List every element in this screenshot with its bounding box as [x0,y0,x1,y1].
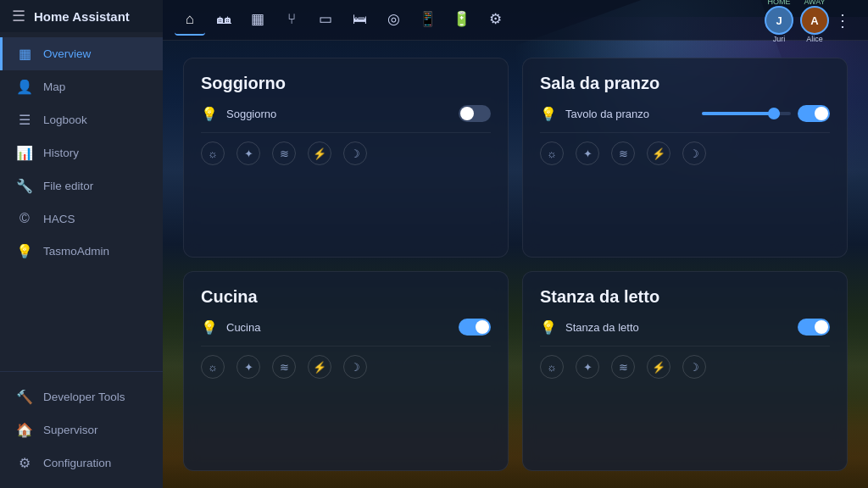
tasmo-admin-icon: 💡 [16,243,33,259]
sidebar-item-tasmo-admin[interactable]: 💡TasmoAdmin [0,235,163,268]
brightness-slider-sala-da-pranzo[interactable] [702,105,830,122]
slider-thumb [768,108,780,119]
light-toggle-stanza-da-letto[interactable] [798,319,830,336]
supervisor-label: Supervisor [43,424,98,436]
configuration-label: Configuration [43,457,111,469]
user-name-alice: Alice [806,35,823,43]
avatar-circle-alice: A [800,6,829,35]
topbar-building-icon[interactable]: 🏘 [209,5,239,36]
sidebar-item-history[interactable]: 📊History [0,136,163,169]
sidebar-item-map[interactable]: 👤Map [0,70,163,103]
light-row-sala-da-pranzo: 💡 Tavolo da pranzo [540,105,830,122]
topbar-right: HOME J Juri AWAY A Alice [765,0,829,43]
room-action-icon-0[interactable]: ☼ [201,355,225,379]
sidebar-item-hacs[interactable]: ©HACS [0,202,163,235]
sidebar-nav: ▦Overview👤Map☰Logbook📊History🔧File edito… [0,32,163,371]
light-bulb-icon-stanza-da-letto: 💡 [540,319,557,336]
logbook-icon: ☰ [16,112,33,128]
room-action-icon-4[interactable]: ☽ [343,355,367,379]
icon-row-sala-da-pranzo: ☼✦≋⚡☽ [540,132,830,165]
user-avatar-juri[interactable]: HOME J Juri [765,0,793,43]
light-name-stanza-da-letto: Stanza da letto [565,321,789,334]
history-label: History [43,147,79,159]
room-action-icon-4[interactable]: ☽ [343,141,367,165]
hacs-icon: © [16,211,33,226]
logbook-label: Logbook [43,114,87,126]
room-action-icon-0[interactable]: ☼ [201,141,225,165]
sidebar-header: ☰ Home Assistant [0,0,163,32]
sidebar-item-developer-tools[interactable]: 🔨Developer Tools [0,380,163,413]
sidebar-item-logbook[interactable]: ☰Logbook [0,103,163,136]
room-action-icon-1[interactable]: ✦ [236,141,260,165]
topbar-home-icon[interactable]: ⌂ [175,5,205,36]
icon-row-soggiorno: ☼✦≋⚡☽ [201,132,491,165]
map-icon: 👤 [16,79,33,95]
topbar-menu-button[interactable]: ⋮ [829,5,856,36]
light-row-stanza-da-letto: 💡 Stanza da letto [540,319,830,336]
topbar-bed-icon[interactable]: 🛏 [344,5,375,36]
supervisor-icon: 🏠 [16,422,33,438]
toggle-knob [460,107,474,120]
sidebar: ☰ Home Assistant ▦Overview👤Map☰Logbook📊H… [0,0,163,488]
toggle-knob [815,320,828,334]
tasmo-admin-label: TasmoAdmin [43,245,109,258]
room-action-icon-4[interactable]: ☽ [682,141,706,165]
light-row-cucina: 💡 Cucina [201,319,491,336]
room-action-icon-2[interactable]: ≋ [272,355,296,379]
room-action-icon-1[interactable]: ✦ [576,141,599,165]
topbar-monitor-icon[interactable]: ▭ [310,5,341,36]
topbar-fork-icon[interactable]: ⑂ [276,5,307,36]
topbar: ⌂🏘▦⑂▭🛏◎📱🔋⚙ HOME J Juri AWAY A Alice ⋮ [163,0,868,41]
room-action-icon-3[interactable]: ⚡ [308,141,331,165]
room-title-stanza-da-letto: Stanza da letto [540,287,830,307]
overview-label: Overview [43,47,91,60]
room-card-stanza-da-letto: Stanza da letto 💡 Stanza da letto ☼✦≋⚡☽ [522,271,848,471]
main-area: ⌂🏘▦⑂▭🛏◎📱🔋⚙ HOME J Juri AWAY A Alice ⋮ So… [163,0,868,488]
user-avatar-alice[interactable]: AWAY A Alice [800,0,829,43]
topbar-phone-icon[interactable]: 📱 [412,5,442,36]
room-action-icon-0[interactable]: ☼ [540,141,564,165]
slider-track [702,112,791,115]
room-action-icon-3[interactable]: ⚡ [647,141,670,165]
light-name-cucina: Cucina [226,321,450,334]
light-toggle-soggiorno[interactable] [459,105,491,122]
light-name-soggiorno: Soggiorno [226,108,450,120]
room-action-icon-1[interactable]: ✦ [576,355,599,379]
app-title: Home Assistant [34,9,130,24]
room-card-soggiorno: Soggiorno 💡 Soggiorno ☼✦≋⚡☽ [183,58,509,258]
light-toggle-cucina[interactable] [459,319,491,336]
sidebar-item-file-editor[interactable]: 🔧File editor [0,169,163,202]
room-action-icon-3[interactable]: ⚡ [647,355,670,379]
icon-row-stanza-da-letto: ☼✦≋⚡☽ [540,346,830,379]
room-action-icon-2[interactable]: ≋ [611,355,635,379]
room-action-icon-2[interactable]: ≋ [272,141,296,165]
history-icon: 📊 [16,145,33,161]
sidebar-item-supervisor[interactable]: 🏠Supervisor [0,413,163,446]
file-editor-icon: 🔧 [16,178,33,194]
room-action-icon-2[interactable]: ≋ [611,141,635,165]
light-toggle-sala-da-pranzo[interactable] [798,105,830,122]
light-bulb-icon-sala-da-pranzo: 💡 [540,106,557,122]
topbar-media-icon[interactable]: ◎ [378,5,409,36]
room-action-icon-0[interactable]: ☼ [540,355,564,379]
topbar-calendar-icon[interactable]: ▦ [242,5,273,36]
sidebar-item-configuration[interactable]: ⚙Configuration [0,446,163,480]
room-action-icon-3[interactable]: ⚡ [308,355,331,379]
hacs-label: HACS [43,213,75,225]
room-action-icon-1[interactable]: ✦ [236,355,260,379]
sidebar-item-overview[interactable]: ▦Overview [0,37,163,70]
topbar-settings-icon[interactable]: ⚙ [480,5,510,36]
room-title-soggiorno: Soggiorno [201,74,491,93]
light-bulb-icon-cucina: 💡 [201,319,218,336]
room-card-cucina: Cucina 💡 Cucina ☼✦≋⚡☽ [183,271,509,471]
configuration-icon: ⚙ [16,455,33,471]
room-action-icon-4[interactable]: ☽ [682,355,706,379]
toggle-knob [476,320,489,334]
developer-tools-label: Developer Tools [43,391,125,403]
user-status-juri: HOME [768,0,791,6]
hamburger-icon[interactable]: ☰ [12,7,25,25]
topbar-battery-icon[interactable]: 🔋 [446,5,476,36]
icon-row-cucina: ☼✦≋⚡☽ [201,346,491,379]
topbar-icon-list: ⌂🏘▦⑂▭🛏◎📱🔋⚙ [175,5,765,36]
user-status-alice: AWAY [804,0,825,6]
